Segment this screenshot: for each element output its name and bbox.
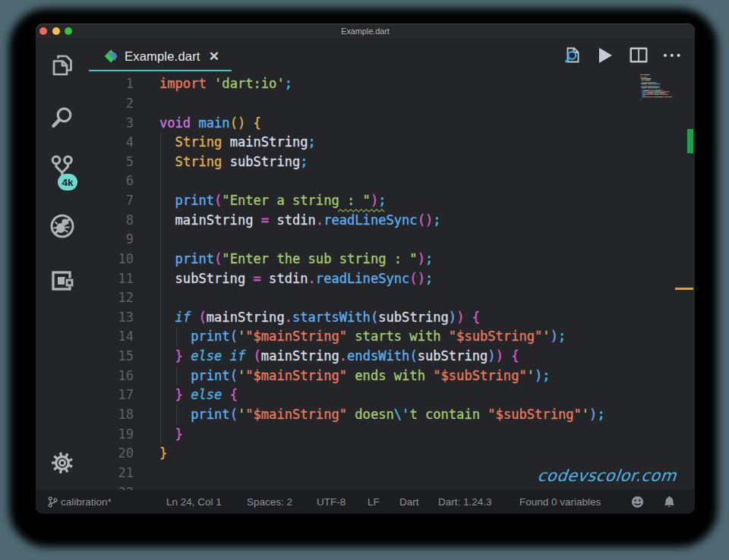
line-number: 14 (89, 327, 134, 347)
zoom-window-button[interactable] (65, 27, 72, 35)
indent-guide (160, 153, 161, 172)
window-title: Example.dart (341, 27, 390, 36)
line-number: 18 (89, 405, 134, 425)
statusbar-dart-version[interactable]: Dart: 1.24.3 (438, 490, 492, 514)
line-number: 4 (89, 133, 134, 153)
code-line[interactable]: import 'dart:io'; (159, 74, 292, 94)
line-number: 11 (89, 269, 134, 289)
statusbar-encoding[interactable]: UTF-8 (317, 490, 346, 514)
statusbar-indentation[interactable]: Spaces: 2 (247, 490, 292, 514)
indent-guide (176, 327, 177, 347)
line-number: 5 (89, 153, 134, 172)
notifications-bell-icon[interactable] (664, 490, 675, 514)
close-window-button[interactable] (39, 27, 47, 35)
code-line[interactable]: } else { (159, 385, 238, 405)
code-line[interactable]: if (mainString.startsWith(subString)) { (159, 308, 480, 328)
indent-guide (160, 269, 161, 289)
settings-gear-icon[interactable] (36, 451, 89, 475)
dart-logo-icon (104, 49, 118, 63)
line-number: 8 (89, 211, 134, 231)
line-number: 20 (89, 444, 134, 464)
statusbar-cursor-position[interactable]: Ln 24, Col 1 (166, 490, 222, 514)
line-number: 13 (89, 308, 134, 328)
overview-marker-green (687, 129, 693, 153)
code-line[interactable]: print('"$mainString" doesn\'t contain "$… (159, 405, 605, 425)
line-number: 12 (89, 288, 134, 308)
line-number: 19 (89, 425, 134, 445)
status-bar: calibration*Ln 24, Col 1Spaces: 2UTF-8LF… (36, 490, 695, 514)
line-number: 15 (89, 347, 134, 367)
tab-close-icon[interactable]: ✕ (209, 49, 219, 64)
code-area[interactable]: 1import 'dart:io';23void main() {4 Strin… (89, 74, 695, 490)
code-line[interactable]: } else if (mainString.endsWith(subString… (159, 347, 519, 367)
title-bar: Example.dart (36, 24, 695, 39)
editor-actions (555, 39, 689, 71)
code-line[interactable]: subString = stdin.readLineSync(); (159, 269, 433, 289)
minimize-window-button[interactable] (52, 27, 60, 35)
watermark: codevscolor.com (537, 467, 677, 485)
code-line[interactable]: } (159, 444, 167, 464)
split-editor-icon[interactable] (622, 47, 655, 63)
indent-guide (160, 425, 161, 445)
indent-guide (160, 171, 161, 191)
indent-guide (160, 385, 161, 405)
indent-guide (160, 327, 161, 347)
line-number: 22 (89, 483, 134, 490)
extensions-icon[interactable] (36, 267, 89, 294)
search-icon[interactable] (36, 105, 89, 131)
activity-bar: 4k (36, 39, 89, 490)
line-number: 10 (89, 250, 134, 269)
tab-label: Example.dart (125, 49, 200, 64)
tab-example-dart[interactable]: Example.dart ✕ (89, 39, 232, 71)
code-line[interactable]: String subString; (159, 153, 308, 172)
indent-guide (176, 367, 177, 386)
feedback-smiley-icon[interactable] (631, 490, 644, 514)
indent-guide (160, 405, 161, 425)
indent-guide (160, 367, 161, 386)
line-number: 17 (89, 385, 134, 405)
tab-bar: Example.dart ✕ (89, 39, 695, 73)
code-line[interactable]: mainString = stdin.readLineSync(); (159, 211, 441, 231)
overview-marker-orange (675, 288, 693, 290)
explorer-icon[interactable] (36, 51, 89, 80)
code-line[interactable]: print("Enter a string : "); (159, 191, 387, 211)
indent-guide (160, 133, 161, 153)
line-number: 2 (89, 94, 134, 114)
code-line[interactable]: } (159, 425, 183, 445)
statusbar-branch[interactable]: calibration* (48, 490, 112, 514)
indent-guide (160, 347, 161, 367)
code-line[interactable]: print("Enter the sub string : "); (159, 250, 433, 269)
indent-guide (160, 288, 161, 308)
indent-guide (176, 405, 177, 425)
debug-icon[interactable] (36, 212, 89, 241)
indent-guide (160, 191, 161, 211)
open-changes-icon[interactable] (555, 46, 589, 64)
line-number: 1 (89, 74, 134, 94)
indent-guide (160, 230, 161, 250)
line-number: 3 (89, 114, 134, 134)
statusbar-eol[interactable]: LF (368, 490, 380, 514)
statusbar-language-mode[interactable]: Dart (399, 490, 419, 514)
editor[interactable]: 1import 'dart:io';23void main() {4 Strin… (89, 73, 695, 490)
line-number: 6 (89, 171, 134, 191)
code-line[interactable]: print('"$mainString" ends with "$subStri… (159, 367, 551, 386)
line-number: 21 (89, 464, 134, 483)
indent-guide (160, 250, 161, 269)
code-line[interactable]: void main() { (159, 114, 261, 134)
run-icon[interactable] (589, 47, 622, 64)
statusbar-variables-found[interactable]: Found 0 variables (519, 490, 601, 514)
line-number: 7 (89, 191, 134, 211)
minimap[interactable] (640, 74, 695, 112)
code-line[interactable]: String mainString; (159, 133, 316, 153)
vscode-window: Example.dart 4k (36, 24, 695, 514)
line-number: 16 (89, 367, 134, 386)
indent-guide (160, 308, 161, 328)
more-actions-icon[interactable] (655, 52, 689, 58)
line-number: 9 (89, 230, 134, 250)
indent-guide (160, 211, 161, 231)
code-line[interactable]: print('"$mainString" starts with "$subSt… (159, 327, 566, 347)
source-control-badge: 4k (58, 174, 77, 190)
